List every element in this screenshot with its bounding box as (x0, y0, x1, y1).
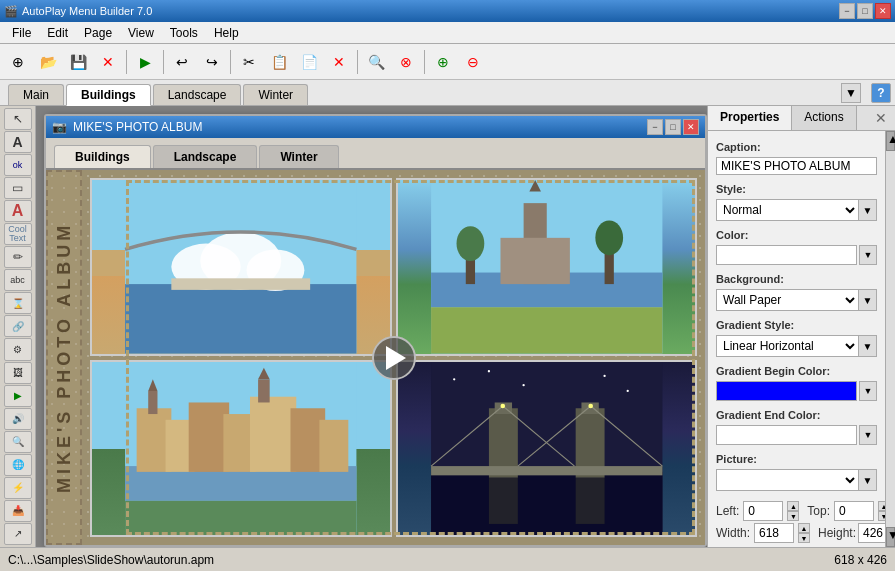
left-down[interactable]: ▼ (787, 511, 799, 521)
tab-properties[interactable]: Properties (708, 106, 792, 130)
height-input[interactable] (858, 523, 885, 543)
menu-edit[interactable]: Edit (39, 24, 76, 42)
play-button[interactable] (372, 336, 416, 380)
save-button[interactable]: 💾 (64, 48, 92, 76)
cool-label: CoolText (8, 225, 27, 243)
gradient-style-select-arrow[interactable]: ▼ (859, 335, 877, 357)
tool-action[interactable]: ⚡ (4, 477, 32, 499)
inner-minimize[interactable]: − (647, 119, 663, 135)
picture-select[interactable] (716, 469, 859, 491)
tab-dropdown[interactable]: ▼ (841, 83, 861, 103)
inner-maximize[interactable]: □ (665, 119, 681, 135)
search-button[interactable]: 🔍 (362, 48, 390, 76)
inner-tabs: Buildings Landscape Winter (46, 138, 705, 170)
cut-button[interactable]: ✂ (235, 48, 263, 76)
delete-button[interactable]: ✕ (325, 48, 353, 76)
tool-zoom[interactable]: 🔍 (4, 431, 32, 453)
tab-winter[interactable]: Winter (243, 84, 308, 105)
menu-help[interactable]: Help (206, 24, 247, 42)
run-button[interactable]: ▶ (131, 48, 159, 76)
close-button[interactable]: ✕ (875, 3, 891, 19)
tool-label[interactable]: abc (4, 269, 32, 291)
style-select-arrow[interactable]: ▼ (859, 199, 877, 221)
stop-button[interactable]: ⊗ (392, 48, 420, 76)
menu-view[interactable]: View (120, 24, 162, 42)
scrollbar-up[interactable]: ▲ (886, 131, 895, 151)
tool-arrow[interactable]: ↗ (4, 523, 32, 545)
paste-button[interactable]: 📄 (295, 48, 323, 76)
tool-ok[interactable]: ok (4, 154, 32, 176)
caption-input[interactable] (716, 157, 877, 175)
right-scrollbar[interactable]: ▲ ▼ (885, 131, 895, 547)
photo-london (396, 360, 698, 538)
photo-church (396, 178, 698, 356)
tab-actions[interactable]: Actions (792, 106, 856, 130)
top-up[interactable]: ▲ (878, 501, 885, 511)
svg-point-35 (626, 389, 628, 391)
tool-flash[interactable]: ⌛ (4, 292, 32, 314)
separator-1 (126, 50, 127, 74)
tool-settings[interactable]: ⚙ (4, 338, 32, 360)
top-down[interactable]: ▼ (878, 511, 885, 521)
tool-pen[interactable]: ✏ (4, 246, 32, 268)
tab-main[interactable]: Main (8, 84, 64, 105)
left-up[interactable]: ▲ (787, 501, 799, 511)
redo-button[interactable]: ↪ (198, 48, 226, 76)
maximize-button[interactable]: □ (857, 3, 873, 19)
photo-sydney (90, 178, 392, 356)
inner-tab-landscape[interactable]: Landscape (153, 145, 258, 168)
svg-rect-11 (500, 238, 569, 284)
separator-4 (357, 50, 358, 74)
undo-button[interactable]: ↩ (168, 48, 196, 76)
tab-buildings[interactable]: Buildings (66, 84, 151, 106)
open-button[interactable]: 📂 (34, 48, 62, 76)
tool-image[interactable]: 🖼 (4, 362, 32, 384)
tab-landscape[interactable]: Landscape (153, 84, 242, 105)
gradient-begin-picker[interactable]: ▼ (859, 381, 877, 401)
tool-cool[interactable]: CoolText (4, 223, 32, 245)
svg-point-31 (453, 378, 455, 380)
close-panel-button[interactable]: ✕ (867, 106, 895, 130)
inner-tab-winter[interactable]: Winter (259, 145, 338, 168)
tool-video[interactable]: ▶ (4, 385, 32, 407)
gradient-end-picker[interactable]: ▼ (859, 425, 877, 445)
left-input[interactable] (743, 501, 783, 521)
picture-select-arrow[interactable]: ▼ (859, 469, 877, 491)
new-button[interactable]: ⊕ (4, 48, 32, 76)
gradient-style-select[interactable]: Linear Horizontal Linear Vertical Radial (716, 335, 859, 357)
app-icon: 🎬 (4, 5, 18, 18)
cancel-button[interactable]: ✕ (94, 48, 122, 76)
menu-tools[interactable]: Tools (162, 24, 206, 42)
menu-page[interactable]: Page (76, 24, 120, 42)
add-object-button[interactable]: ⊕ (429, 48, 457, 76)
tool-text[interactable]: A (4, 131, 32, 153)
menu-bar: File Edit Page View Tools Help (0, 22, 895, 44)
inner-close[interactable]: ✕ (683, 119, 699, 135)
width-up[interactable]: ▲ (798, 523, 810, 533)
tool-rect[interactable]: ▭ (4, 177, 32, 199)
menu-file[interactable]: File (4, 24, 39, 42)
tool-web[interactable]: 🌐 (4, 454, 32, 476)
gradient-style-select-wrapper: Linear Horizontal Linear Vertical Radial… (716, 335, 877, 357)
background-select-arrow[interactable]: ▼ (859, 289, 877, 311)
background-select[interactable]: Wall Paper Solid Gradient None (716, 289, 859, 311)
remove-object-button[interactable]: ⊖ (459, 48, 487, 76)
top-input[interactable] (834, 501, 874, 521)
help-button[interactable]: ? (871, 83, 891, 103)
left-sidebar: ↖ A ok ▭ A CoolText ✏ abc ⌛ 🔗 ⚙ 🖼 ▶ 🔊 🔍 … (0, 106, 36, 547)
copy-button[interactable]: 📋 (265, 48, 293, 76)
color-picker-button[interactable]: ▼ (859, 245, 877, 265)
tool-link[interactable]: 🔗 (4, 315, 32, 337)
tool-audio[interactable]: 🔊 (4, 408, 32, 430)
style-select[interactable]: Normal Bold Italic (716, 199, 859, 221)
status-dimensions: 618 x 426 (834, 553, 887, 567)
separator-5 (424, 50, 425, 74)
scrollbar-down[interactable]: ▼ (886, 527, 895, 547)
inner-tab-buildings[interactable]: Buildings (54, 145, 151, 168)
tool-text2[interactable]: A (4, 200, 32, 222)
tool-download[interactable]: 📥 (4, 500, 32, 522)
width-down[interactable]: ▼ (798, 533, 810, 543)
minimize-button[interactable]: − (839, 3, 855, 19)
tool-select[interactable]: ↖ (4, 108, 32, 130)
width-input[interactable] (754, 523, 794, 543)
